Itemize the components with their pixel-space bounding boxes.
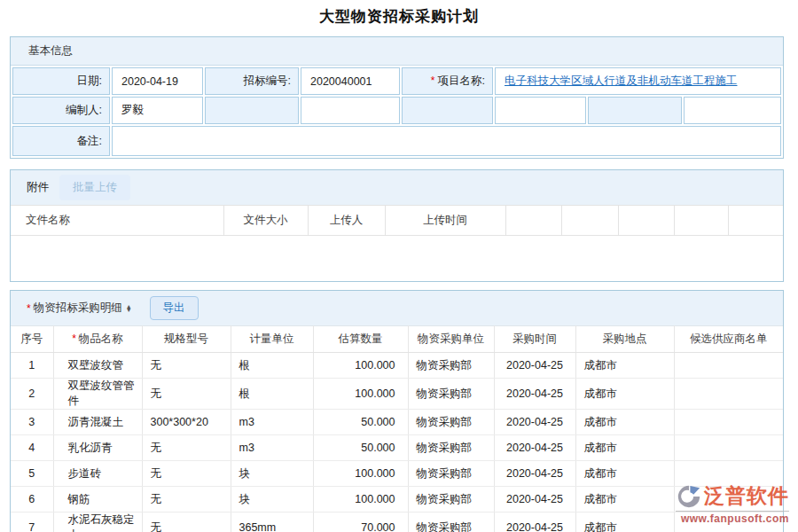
detail-cell: 成都市: [575, 487, 674, 512]
detail-cell: 50.000: [313, 410, 408, 435]
bid-no-value[interactable]: 2020040001: [301, 67, 400, 95]
project-name-link[interactable]: 电子科技大学区域人行道及非机动车道工程施工: [505, 74, 738, 87]
detail-cell: 100.000: [313, 487, 408, 512]
detail-table-body: 1双壁波纹管无根100.000物资采购部2020-04-25成都市2双壁波纹管管…: [11, 353, 783, 532]
detail-cell: 7: [11, 512, 53, 532]
col-file-name: 文件名称: [11, 206, 223, 236]
detail-row: 2双壁波纹管管件无根100.000物资采购部2020-04-25成都市: [11, 379, 783, 410]
detail-cell: 根: [231, 379, 313, 410]
vendor-watermark: 泛普软件 www.fanpusoft.com: [676, 482, 789, 525]
basic-info-section: 基本信息 日期: 2020-04-19 招标编号: 2020040001 *项目…: [10, 36, 784, 159]
detail-cell: 2020-04-25: [494, 461, 575, 487]
detail-cell: 100.000: [313, 379, 408, 410]
col-seq: 序号: [11, 326, 53, 353]
empty-cell: [684, 97, 781, 124]
detail-cell: 成都市: [575, 512, 674, 532]
col-uploader: 上传人: [308, 206, 385, 236]
empty-column: [618, 206, 674, 236]
col-unit: 计量单位: [231, 326, 313, 353]
detail-cell: 块: [231, 487, 313, 512]
date-value[interactable]: 2020-04-19: [112, 67, 203, 95]
required-asterisk: *: [431, 74, 435, 87]
detail-cell: 4: [11, 435, 53, 461]
attachments-table-header: 文件名称 文件大小 上传人 上传时间: [11, 206, 783, 236]
attachments-section: 附件 批量上传 文件名称 文件大小 上传人 上传时间: [10, 169, 784, 282]
sort-icon[interactable]: ▲▼: [126, 305, 132, 312]
detail-table: 序号 *物品名称 规格型号 计量单位 估算数量 物资采购单位 采购时间 采购地点…: [11, 325, 783, 532]
detail-cell: m3: [231, 435, 313, 461]
detail-section: * 物资招标采购明细 ▲▼ 导出 序号 *物品名称 规格型号 计量单位 估算数量…: [10, 290, 784, 532]
col-estimated-qty: 估算数量: [313, 326, 408, 353]
empty-cell: [301, 97, 400, 124]
detail-cell: 物资采购部: [408, 379, 494, 410]
detail-cell: 沥青混凝土: [53, 410, 142, 435]
detail-cell: 物资采购部: [408, 512, 494, 532]
detail-cell: [674, 353, 783, 379]
col-spec-model: 规格型号: [142, 326, 231, 353]
basic-info-table: 日期: 2020-04-19 招标编号: 2020040001 *项目名称: 电…: [11, 66, 783, 158]
detail-cell: 2020-04-25: [494, 353, 575, 379]
detail-header-bar: * 物资招标采购明细 ▲▼ 导出: [11, 291, 783, 325]
basic-info-remark-row: 备注:: [12, 126, 781, 156]
basic-info-row-1: 日期: 2020-04-19 招标编号: 2020040001 *项目名称: 电…: [12, 67, 781, 95]
detail-row: 7水泥石灰稳定土无365mm70.000物资采购部2020-04-25成都市: [11, 512, 783, 532]
fanpu-brand-text: 泛普软件: [704, 482, 789, 510]
bid-no-label: 招标编号:: [205, 67, 299, 95]
detail-row: 4乳化沥青无m350.000物资采购部2020-04-25成都市: [11, 435, 783, 461]
detail-cell: 3: [11, 410, 53, 435]
detail-row: 5步道砖无块100.000物资采购部2020-04-25成都市: [11, 461, 783, 487]
batch-upload-button[interactable]: 批量上传: [59, 175, 130, 200]
detail-row: 1双壁波纹管无根100.000物资采购部2020-04-25成都市: [11, 353, 783, 379]
attachments-header-bar: 附件 批量上传: [11, 170, 783, 205]
compiler-value[interactable]: 罗毅: [112, 97, 203, 124]
empty-column: [674, 206, 728, 236]
detail-cell: 2020-04-25: [494, 410, 575, 435]
detail-cell: 无: [142, 512, 231, 532]
detail-cell: 无: [142, 487, 231, 512]
detail-cell: 水泥石灰稳定土: [53, 512, 142, 532]
detail-cell: 物资采购部: [408, 353, 494, 379]
detail-cell: 2020-04-25: [494, 487, 575, 512]
attachments-table: 文件名称 文件大小 上传人 上传时间: [11, 205, 783, 236]
attachments-empty-body: [11, 236, 783, 281]
col-candidate-suppliers: 候选供应商名单: [674, 326, 783, 353]
detail-cell: [674, 379, 783, 410]
detail-cell: 2020-04-25: [494, 379, 575, 410]
detail-cell: 成都市: [575, 435, 674, 461]
col-purchase-place: 采购地点: [575, 326, 674, 353]
detail-cell: 物资采购部: [408, 487, 494, 512]
col-purchase-dept: 物资采购单位: [408, 326, 494, 353]
empty-column: [561, 206, 618, 236]
detail-cell: [674, 435, 783, 461]
detail-table-header: 序号 *物品名称 规格型号 计量单位 估算数量 物资采购单位 采购时间 采购地点…: [11, 326, 783, 353]
detail-row: 3沥青混凝土300*300*20m350.000物资采购部2020-04-25成…: [11, 410, 783, 435]
page: 大型物资招标采购计划 基本信息 日期: 2020-04-19 招标编号: 202…: [0, 0, 798, 532]
detail-cell: 双壁波纹管: [53, 353, 142, 379]
col-item-name: *物品名称: [53, 326, 142, 353]
detail-cell: 根: [231, 353, 313, 379]
project-name-cell: 电子科技大学区域人行道及非机动车道工程施工: [495, 67, 781, 95]
detail-cell: 成都市: [575, 379, 674, 410]
detail-cell: 300*300*20: [142, 410, 231, 435]
fanpu-logo-icon: [676, 483, 702, 510]
detail-cell: 2: [11, 379, 53, 410]
detail-cell: 无: [142, 353, 231, 379]
empty-cell: [402, 97, 493, 124]
detail-cell: 无: [142, 461, 231, 487]
remark-value[interactable]: [112, 126, 781, 156]
basic-info-row-2: 编制人: 罗毅: [12, 97, 781, 124]
detail-cell: 6: [11, 487, 53, 512]
detail-section-title: 物资招标采购明细: [34, 301, 122, 316]
export-button[interactable]: 导出: [150, 296, 199, 320]
detail-cell: m3: [231, 410, 313, 435]
basic-info-section-title: 基本信息: [11, 37, 783, 66]
detail-cell: 乳化沥青: [53, 435, 142, 461]
detail-cell: 100.000: [313, 461, 408, 487]
detail-row: 6钢筋无块100.000物资采购部2020-04-25成都市: [11, 487, 783, 512]
detail-cell: 无: [142, 379, 231, 410]
detail-cell: 成都市: [575, 410, 674, 435]
project-name-label: *项目名称:: [402, 67, 493, 95]
detail-cell: 70.000: [313, 512, 408, 532]
remark-label: 备注:: [12, 126, 110, 156]
date-label: 日期:: [12, 67, 110, 95]
